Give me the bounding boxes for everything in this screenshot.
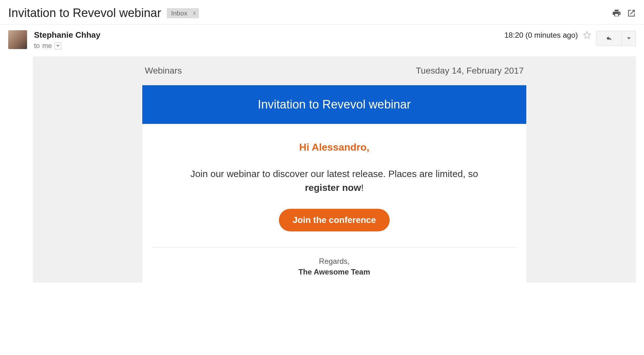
more-actions-button[interactable] <box>622 31 636 46</box>
body-text: Join our webinar to discover our latest … <box>183 167 485 194</box>
reply-button[interactable] <box>596 31 622 46</box>
subject-bar: Invitation to Revevol webinar Inbox x <box>0 0 644 25</box>
inbox-label[interactable]: Inbox x <box>167 8 199 18</box>
open-new-window-icon[interactable] <box>627 9 636 18</box>
reply-group <box>596 31 636 46</box>
regards: Regards, <box>145 257 523 266</box>
inbox-label-text: Inbox <box>171 9 187 17</box>
recipient-details-dropdown[interactable] <box>54 42 61 49</box>
meta-row: Stephanie Chhay to me 18:20 (0 minutes a… <box>0 25 644 53</box>
sender-avatar[interactable] <box>8 30 27 49</box>
body-tail: ! <box>361 182 364 193</box>
divider <box>152 247 517 247</box>
body-lead: Join our webinar to discover our latest … <box>190 169 478 179</box>
to-recipient: me <box>42 42 52 50</box>
email-body-container: Webinars Tuesday 14, February 2017 Invit… <box>33 56 636 283</box>
email-category: Webinars <box>145 66 182 76</box>
email-body-inner: Webinars Tuesday 14, February 2017 Invit… <box>142 56 526 283</box>
email-content-card: Hi Alessandro, Join our webinar to disco… <box>142 124 526 283</box>
email-date: Tuesday 14, February 2017 <box>416 66 524 76</box>
star-icon[interactable] <box>583 31 591 40</box>
join-conference-button[interactable]: Join the conference <box>279 209 390 231</box>
meta-right: 18:20 (0 minutes ago) <box>505 30 636 50</box>
remove-label-x-icon[interactable]: x <box>193 10 196 16</box>
banner-title: Invitation to Revevol webinar <box>258 98 411 111</box>
signature-team: The Awesome Team <box>145 268 523 276</box>
meta-left: Stephanie Chhay to me <box>34 30 498 50</box>
sender-name: Stephanie Chhay <box>34 30 498 40</box>
to-prefix: to <box>34 42 40 50</box>
greeting: Hi Alessandro, <box>145 141 523 153</box>
timestamp: 18:20 (0 minutes ago) <box>505 31 578 40</box>
subject-wrap: Invitation to Revevol webinar Inbox x <box>8 6 199 20</box>
email-body-header: Webinars Tuesday 14, February 2017 <box>142 56 526 85</box>
email-banner: Invitation to Revevol webinar <box>142 85 526 124</box>
print-icon[interactable] <box>612 8 621 18</box>
body-bold: register now <box>305 182 361 193</box>
top-actions <box>612 8 636 18</box>
to-line: to me <box>34 42 498 50</box>
email-subject: Invitation to Revevol webinar <box>8 6 161 20</box>
